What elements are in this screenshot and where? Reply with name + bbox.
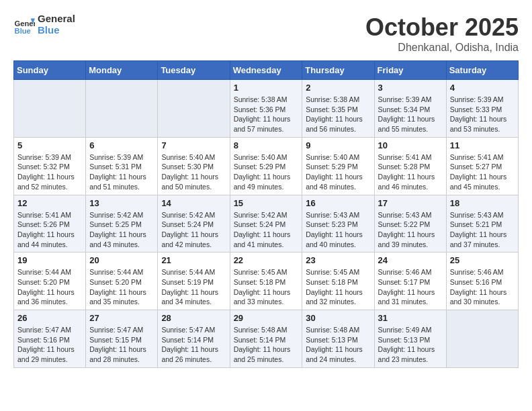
weekday-header-saturday: Saturday: [446, 61, 518, 80]
day-number: 6: [89, 140, 154, 150]
calendar-cell: 31Sunrise: 5:49 AMSunset: 5:13 PMDayligh…: [374, 310, 446, 368]
calendar-cell: 30Sunrise: 5:48 AMSunset: 5:13 PMDayligh…: [302, 310, 374, 368]
calendar-cell: 4Sunrise: 5:39 AMSunset: 5:33 PMDaylight…: [446, 80, 518, 138]
day-number: 1: [234, 83, 299, 93]
day-info: Sunrise: 5:43 AMSunset: 5:23 PMDaylight:…: [306, 210, 370, 250]
calendar-cell: 20Sunrise: 5:44 AMSunset: 5:20 PMDayligh…: [86, 253, 158, 310]
calendar-cell: 12Sunrise: 5:41 AMSunset: 5:26 PMDayligh…: [14, 195, 86, 253]
calendar-cell: 25Sunrise: 5:46 AMSunset: 5:16 PMDayligh…: [446, 253, 518, 310]
day-info: Sunrise: 5:39 AMSunset: 5:34 PMDaylight:…: [378, 95, 443, 134]
calendar-week-4: 19Sunrise: 5:44 AMSunset: 5:20 PMDayligh…: [14, 253, 519, 310]
day-info: Sunrise: 5:45 AMSunset: 5:18 PMDaylight:…: [306, 267, 370, 307]
day-number: 29: [234, 313, 299, 323]
calendar-cell: 19Sunrise: 5:44 AMSunset: 5:20 PMDayligh…: [14, 253, 86, 310]
weekday-header-sunday: Sunday: [14, 61, 86, 80]
day-info: Sunrise: 5:40 AMSunset: 5:29 PMDaylight:…: [306, 152, 370, 192]
calendar-cell: 5Sunrise: 5:39 AMSunset: 5:32 PMDaylight…: [14, 137, 86, 195]
day-info: Sunrise: 5:40 AMSunset: 5:29 PMDaylight:…: [234, 152, 299, 192]
calendar-cell: 9Sunrise: 5:40 AMSunset: 5:29 PMDaylight…: [302, 137, 374, 195]
day-number: 9: [306, 140, 370, 150]
day-info: Sunrise: 5:42 AMSunset: 5:25 PMDaylight:…: [89, 210, 154, 250]
day-number: 11: [450, 140, 515, 150]
day-number: 12: [17, 198, 82, 208]
day-number: 31: [378, 313, 443, 323]
day-number: 4: [450, 83, 515, 93]
calendar-cell: 11Sunrise: 5:41 AMSunset: 5:27 PMDayligh…: [446, 137, 518, 195]
day-number: 7: [161, 140, 226, 150]
day-info: Sunrise: 5:45 AMSunset: 5:18 PMDaylight:…: [234, 267, 299, 307]
day-number: 13: [89, 198, 154, 208]
weekday-header-wednesday: Wednesday: [230, 61, 302, 80]
day-number: 23: [306, 255, 370, 265]
header: General Blue General Blue October 2025 D…: [13, 13, 519, 54]
day-info: Sunrise: 5:39 AMSunset: 5:31 PMDaylight:…: [89, 152, 154, 192]
logo: General Blue General Blue: [13, 13, 75, 36]
calendar-cell: 22Sunrise: 5:45 AMSunset: 5:18 PMDayligh…: [230, 253, 302, 310]
day-number: 30: [306, 313, 370, 323]
day-number: 20: [89, 255, 154, 265]
calendar-cell: [446, 310, 518, 368]
logo-text-line2: Blue: [38, 25, 75, 36]
calendar-cell: 3Sunrise: 5:39 AMSunset: 5:34 PMDaylight…: [374, 80, 446, 138]
day-number: 10: [378, 140, 443, 150]
day-info: Sunrise: 5:44 AMSunset: 5:19 PMDaylight:…: [161, 267, 226, 307]
calendar-cell: 27Sunrise: 5:47 AMSunset: 5:15 PMDayligh…: [86, 310, 158, 368]
day-info: Sunrise: 5:42 AMSunset: 5:24 PMDaylight:…: [234, 210, 299, 250]
weekday-header-monday: Monday: [86, 61, 158, 80]
day-number: 17: [378, 198, 443, 208]
calendar-week-1: 1Sunrise: 5:38 AMSunset: 5:36 PMDaylight…: [14, 80, 519, 138]
day-info: Sunrise: 5:38 AMSunset: 5:35 PMDaylight:…: [306, 95, 370, 134]
day-info: Sunrise: 5:41 AMSunset: 5:27 PMDaylight:…: [450, 152, 515, 192]
day-info: Sunrise: 5:47 AMSunset: 5:16 PMDaylight:…: [17, 325, 82, 365]
day-info: Sunrise: 5:39 AMSunset: 5:33 PMDaylight:…: [450, 95, 515, 134]
day-info: Sunrise: 5:48 AMSunset: 5:13 PMDaylight:…: [306, 325, 370, 365]
calendar-cell: 15Sunrise: 5:42 AMSunset: 5:24 PMDayligh…: [230, 195, 302, 253]
calendar-cell: 10Sunrise: 5:41 AMSunset: 5:28 PMDayligh…: [374, 137, 446, 195]
month-title: October 2025: [365, 13, 519, 42]
day-number: 14: [161, 198, 226, 208]
calendar-cell: 24Sunrise: 5:46 AMSunset: 5:17 PMDayligh…: [374, 253, 446, 310]
calendar-cell: [158, 80, 230, 138]
day-number: 21: [161, 255, 226, 265]
calendar-cell: 16Sunrise: 5:43 AMSunset: 5:23 PMDayligh…: [302, 195, 374, 253]
day-info: Sunrise: 5:38 AMSunset: 5:36 PMDaylight:…: [234, 95, 299, 134]
day-info: Sunrise: 5:44 AMSunset: 5:20 PMDaylight:…: [17, 267, 82, 307]
calendar-cell: 21Sunrise: 5:44 AMSunset: 5:19 PMDayligh…: [158, 253, 230, 310]
day-info: Sunrise: 5:41 AMSunset: 5:28 PMDaylight:…: [378, 152, 443, 192]
day-number: 2: [306, 83, 370, 93]
calendar-cell: 14Sunrise: 5:42 AMSunset: 5:24 PMDayligh…: [158, 195, 230, 253]
svg-text:Blue: Blue: [15, 26, 31, 34]
day-number: 26: [17, 313, 82, 323]
calendar-cell: 17Sunrise: 5:43 AMSunset: 5:22 PMDayligh…: [374, 195, 446, 253]
weekday-header-thursday: Thursday: [302, 61, 374, 80]
day-number: 16: [306, 198, 370, 208]
day-info: Sunrise: 5:42 AMSunset: 5:24 PMDaylight:…: [161, 210, 226, 250]
calendar-cell: 18Sunrise: 5:43 AMSunset: 5:21 PMDayligh…: [446, 195, 518, 253]
day-info: Sunrise: 5:47 AMSunset: 5:14 PMDaylight:…: [161, 325, 226, 365]
calendar-cell: 1Sunrise: 5:38 AMSunset: 5:36 PMDaylight…: [230, 80, 302, 138]
calendar-week-5: 26Sunrise: 5:47 AMSunset: 5:16 PMDayligh…: [14, 310, 519, 368]
day-info: Sunrise: 5:48 AMSunset: 5:14 PMDaylight:…: [234, 325, 299, 365]
calendar-cell: 13Sunrise: 5:42 AMSunset: 5:25 PMDayligh…: [86, 195, 158, 253]
logo-icon: General Blue: [13, 14, 35, 36]
day-info: Sunrise: 5:39 AMSunset: 5:32 PMDaylight:…: [17, 152, 82, 192]
title-area: October 2025 Dhenkanal, Odisha, India: [365, 13, 519, 54]
weekday-header-friday: Friday: [374, 61, 446, 80]
day-number: 28: [161, 313, 226, 323]
day-number: 8: [234, 140, 299, 150]
weekday-header-row: SundayMondayTuesdayWednesdayThursdayFrid…: [14, 61, 519, 80]
day-info: Sunrise: 5:41 AMSunset: 5:26 PMDaylight:…: [17, 210, 82, 250]
day-info: Sunrise: 5:43 AMSunset: 5:22 PMDaylight:…: [378, 210, 443, 250]
weekday-header-tuesday: Tuesday: [158, 61, 230, 80]
calendar-body: 1Sunrise: 5:38 AMSunset: 5:36 PMDaylight…: [14, 80, 519, 368]
day-info: Sunrise: 5:44 AMSunset: 5:20 PMDaylight:…: [89, 267, 154, 307]
calendar-cell: [14, 80, 86, 138]
day-number: 27: [89, 313, 154, 323]
day-info: Sunrise: 5:49 AMSunset: 5:13 PMDaylight:…: [378, 325, 443, 365]
day-info: Sunrise: 5:47 AMSunset: 5:15 PMDaylight:…: [89, 325, 154, 365]
calendar-cell: 8Sunrise: 5:40 AMSunset: 5:29 PMDaylight…: [230, 137, 302, 195]
calendar-cell: 2Sunrise: 5:38 AMSunset: 5:35 PMDaylight…: [302, 80, 374, 138]
day-number: 19: [17, 255, 82, 265]
day-info: Sunrise: 5:46 AMSunset: 5:16 PMDaylight:…: [450, 267, 515, 307]
calendar-cell: 26Sunrise: 5:47 AMSunset: 5:16 PMDayligh…: [14, 310, 86, 368]
